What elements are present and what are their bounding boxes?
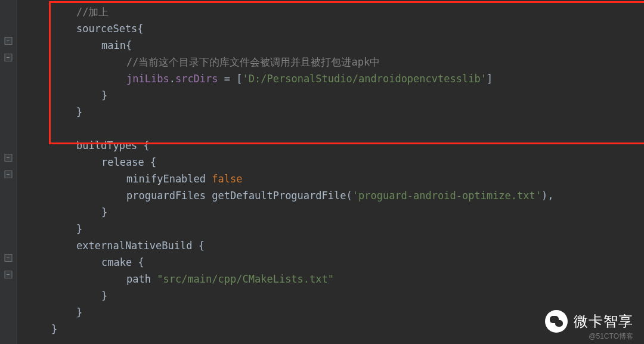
identifier: main [101, 39, 126, 51]
close-bracket: ] [487, 73, 493, 85]
equals: = [218, 73, 237, 85]
close-brace: } [76, 223, 82, 235]
open-brace: { [137, 23, 143, 35]
code-line: buildTypes { [17, 137, 644, 154]
close-brace: } [101, 89, 107, 101]
code-line: //当前这个目录下的库文件会被调用并且被打包进apk中 [17, 54, 644, 70]
watermark-text: 微卡智享 [574, 309, 633, 333]
close-paren: ) [541, 190, 547, 202]
fold-marker-icon[interactable] [4, 271, 12, 278]
identifier: minifyEnabled [126, 173, 206, 185]
identifier: proguardFiles [126, 190, 206, 202]
identifier: sourceSets [76, 23, 137, 35]
property: srcDirs [175, 73, 218, 85]
code-line: sourceSets{ [17, 20, 644, 37]
identifier: buildTypes [76, 140, 137, 151]
close-brace: } [101, 290, 107, 302]
string-literal: 'proguard-android-optimize.txt' [352, 190, 541, 202]
code-line: externalNativeBuild { [17, 237, 644, 254]
comma: , [547, 190, 553, 202]
open-brace: { [126, 39, 132, 51]
fold-marker-icon[interactable] [4, 171, 12, 178]
boolean-value: false [212, 173, 242, 185]
property: jniLibs [126, 73, 169, 85]
open-paren: ( [346, 190, 352, 202]
editor-container: //加上 sourceSets{ main{ //当前这个目录下的库文件会被调用… [0, 0, 644, 344]
close-brace: } [101, 206, 107, 218]
code-line: } [17, 104, 644, 120]
close-brace: } [76, 306, 82, 318]
code-line-empty [17, 120, 644, 137]
comment-text: //加上 [76, 6, 109, 18]
wechat-icon [545, 310, 568, 333]
close-brace: } [51, 323, 57, 335]
dot: . [169, 73, 175, 85]
code-line: //加上 [17, 4, 644, 20]
code-line: } [17, 204, 644, 221]
code-line: release { [17, 154, 644, 171]
comment-text: //当前这个目录下的库文件会被调用并且被打包进apk中 [126, 56, 380, 68]
close-brace: } [76, 106, 82, 118]
fold-marker-icon[interactable] [4, 254, 12, 262]
code-line: path "src/main/cpp/CMakeLists.txt" [17, 271, 644, 287]
open-brace: { [138, 256, 144, 268]
identifier: externalNativeBuild [76, 240, 192, 252]
watermark: 微卡智享 [545, 309, 633, 333]
string-literal: 'D:/PersonalStudio/androidopencvtesslib' [243, 73, 487, 85]
code-line: minifyEnabled false [17, 171, 644, 187]
code-area[interactable]: //加上 sourceSets{ main{ //当前这个目录下的库文件会被调用… [17, 0, 644, 344]
code-line: } [17, 221, 644, 237]
open-bracket: [ [236, 73, 242, 85]
method-call: getDefaultProguardFile [212, 190, 346, 202]
fold-marker-icon[interactable] [4, 54, 12, 61]
fold-marker-icon[interactable] [4, 37, 12, 45]
code-line: main{ [17, 37, 644, 54]
code-line: proguardFiles getDefaultProguardFile('pr… [17, 187, 644, 204]
gutter [0, 0, 17, 344]
code-line: jniLibs.srcDirs = ['D:/PersonalStudio/an… [17, 70, 644, 87]
open-brace: { [144, 140, 150, 151]
open-brace: { [199, 240, 205, 252]
identifier: path [126, 273, 151, 285]
code-line: } [17, 87, 644, 104]
fold-marker-icon[interactable] [4, 154, 12, 162]
identifier: release [101, 156, 144, 168]
code-line: cmake { [17, 254, 644, 271]
identifier: cmake [101, 256, 132, 268]
code-line: } [17, 287, 644, 304]
open-brace: { [150, 156, 156, 168]
string-literal: "src/main/cpp/CMakeLists.txt" [157, 273, 334, 285]
